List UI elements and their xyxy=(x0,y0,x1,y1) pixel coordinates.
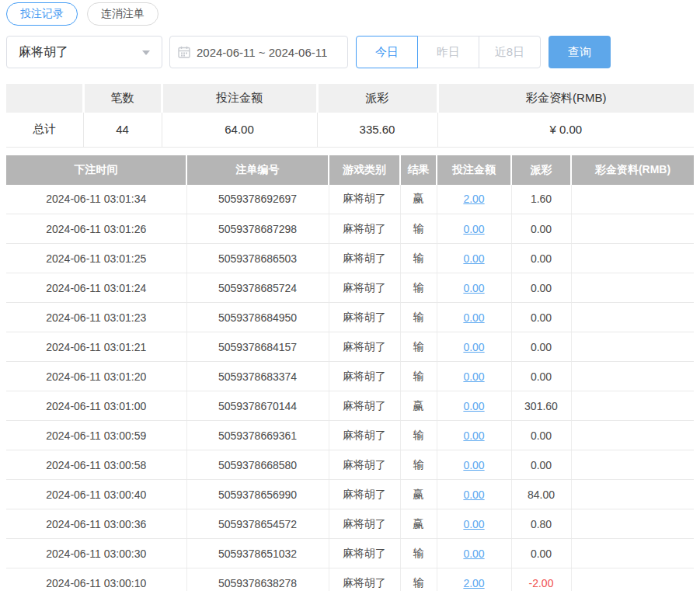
cell-bonus xyxy=(571,332,694,362)
cell-payout: 0.00 xyxy=(511,539,571,568)
cell-bet-time: 2024-06-11 03:00:36 xyxy=(6,509,186,539)
cell-game-type: 麻将胡了 xyxy=(329,391,400,421)
cell-bet-amount: 0.00 xyxy=(437,509,511,539)
cell-bonus xyxy=(571,244,694,273)
cell-payout: 0.00 xyxy=(511,332,571,362)
bet-amount-link[interactable]: 0.00 xyxy=(463,282,484,294)
cell-result: 输 xyxy=(400,539,437,568)
cell-bet-amount: 2.00 xyxy=(437,568,511,591)
cell-result: 赢 xyxy=(400,480,437,509)
cell-result: 输 xyxy=(400,273,437,303)
bet-amount-link[interactable]: 0.00 xyxy=(463,223,484,235)
query-button[interactable]: 查询 xyxy=(549,36,611,68)
cell-game-type: 麻将胡了 xyxy=(329,539,400,568)
header-bet-time: 下注时间 xyxy=(6,155,186,185)
bet-amount-link[interactable]: 2.00 xyxy=(463,577,484,589)
tab-cancelled-orders[interactable]: 连消注单 xyxy=(87,2,158,26)
summary-header-payout: 派彩 xyxy=(317,84,437,113)
bet-amount-link[interactable]: 0.00 xyxy=(463,459,484,471)
cell-game-type: 麻将胡了 xyxy=(329,568,400,591)
cell-bet-amount: 0.00 xyxy=(437,539,511,568)
cell-bet-amount: 0.00 xyxy=(437,421,511,450)
bet-amount-link[interactable]: 0.00 xyxy=(463,370,484,383)
cell-bonus xyxy=(571,539,694,568)
bet-amount-link[interactable]: 0.00 xyxy=(463,488,484,501)
cell-payout: 0.00 xyxy=(511,421,571,450)
last-8-days-button[interactable]: 近8日 xyxy=(479,36,541,68)
cell-game-type: 麻将胡了 xyxy=(329,480,400,509)
cell-bet-time: 2024-06-11 03:01:26 xyxy=(6,214,186,244)
header-game-type: 游戏类别 xyxy=(329,155,400,185)
table-row: 2024-06-11 03:00:59 5059378669361 麻将胡了 输… xyxy=(6,421,694,450)
game-select-value: 麻将胡了 xyxy=(19,44,68,61)
table-row: 2024-06-11 03:01:20 5059378683374 麻将胡了 输… xyxy=(6,362,694,391)
cell-bet-time: 2024-06-11 03:01:24 xyxy=(6,273,186,303)
summary-header-row: 笔数 投注金额 派彩 彩金资料(RMB) xyxy=(6,84,694,113)
table-row: 2024-06-11 03:01:21 5059378684157 麻将胡了 输… xyxy=(6,332,694,362)
today-button[interactable]: 今日 xyxy=(356,36,418,68)
cell-payout: -2.00 xyxy=(511,568,571,591)
cell-order-id: 5059378670144 xyxy=(186,391,329,421)
cell-order-id: 5059378669361 xyxy=(186,421,329,450)
table-header-row: 下注时间 注单编号 游戏类别 结果 投注金额 派彩 彩金资料(RMB) xyxy=(6,155,694,185)
cell-bet-time: 2024-06-11 03:00:40 xyxy=(6,480,186,509)
cell-bonus xyxy=(571,509,694,539)
cell-result: 赢 xyxy=(400,185,437,214)
cell-bet-time: 2024-06-11 03:01:20 xyxy=(6,362,186,391)
page: 投注记录 连消注单 麻将胡了 2024-06-11 ~ 2024-06-11 今… xyxy=(6,0,694,591)
cell-bonus xyxy=(571,303,694,332)
summary-header-empty xyxy=(6,84,83,113)
table-row: 2024-06-11 03:01:25 5059378686503 麻将胡了 输… xyxy=(6,244,694,273)
cell-order-id: 5059378686503 xyxy=(186,244,329,273)
cell-game-type: 麻将胡了 xyxy=(329,185,400,214)
cell-bet-amount: 0.00 xyxy=(437,332,511,362)
cell-bonus xyxy=(571,450,694,480)
summary-total-bet-amount: 64.00 xyxy=(162,113,317,147)
summary-total-count: 44 xyxy=(83,113,162,147)
cell-result: 赢 xyxy=(400,509,437,539)
header-result: 结果 xyxy=(400,155,437,185)
bet-amount-link[interactable]: 0.00 xyxy=(463,429,484,442)
header-bonus: 彩金资料(RMB) xyxy=(571,155,694,185)
table-row: 2024-06-11 03:00:58 5059378668580 麻将胡了 输… xyxy=(6,450,694,480)
cell-game-type: 麻将胡了 xyxy=(329,303,400,332)
cell-bet-time: 2024-06-11 03:00:58 xyxy=(6,450,186,480)
cell-order-id: 5059378651032 xyxy=(186,539,329,568)
table-row: 2024-06-11 03:00:10 5059378638278 麻将胡了 输… xyxy=(6,568,694,591)
bet-amount-link[interactable]: 2.00 xyxy=(463,193,484,205)
summary-header-bet-amount: 投注金额 xyxy=(162,84,317,113)
header-payout: 派彩 xyxy=(511,155,571,185)
cell-result: 输 xyxy=(400,568,437,591)
table-row: 2024-06-11 03:01:24 5059378685724 麻将胡了 输… xyxy=(6,273,694,303)
summary-table: 笔数 投注金额 派彩 彩金资料(RMB) 总计 44 64.00 335.60 … xyxy=(6,84,694,148)
cell-order-id: 5059378656990 xyxy=(186,480,329,509)
cell-bet-time: 2024-06-11 03:01:23 xyxy=(6,303,186,332)
tab-bet-records[interactable]: 投注记录 xyxy=(6,2,78,26)
cell-result: 输 xyxy=(400,450,437,480)
bet-amount-link[interactable]: 0.00 xyxy=(463,518,484,530)
cell-bonus xyxy=(571,273,694,303)
cell-result: 赢 xyxy=(400,391,437,421)
bet-amount-link[interactable]: 0.00 xyxy=(463,252,484,265)
bet-amount-link[interactable]: 0.00 xyxy=(463,400,484,412)
cell-payout: 1.60 xyxy=(511,185,571,214)
bet-amount-link[interactable]: 0.00 xyxy=(463,548,484,560)
cell-bet-time: 2024-06-11 03:00:30 xyxy=(6,539,186,568)
bet-amount-link[interactable]: 0.00 xyxy=(463,341,484,353)
cell-bet-amount: 0.00 xyxy=(437,273,511,303)
cell-result: 输 xyxy=(400,214,437,244)
bet-amount-link[interactable]: 0.00 xyxy=(463,311,484,324)
table-row: 2024-06-11 03:01:00 5059378670144 麻将胡了 赢… xyxy=(6,391,694,421)
cell-game-type: 麻将胡了 xyxy=(329,214,400,244)
cell-order-id: 5059378685724 xyxy=(186,273,329,303)
cell-payout: 0.00 xyxy=(511,273,571,303)
cell-bet-amount: 0.00 xyxy=(437,362,511,391)
cell-order-id: 5059378692697 xyxy=(186,185,329,214)
date-range-input[interactable]: 2024-06-11 ~ 2024-06-11 xyxy=(169,36,348,68)
cell-bet-amount: 0.00 xyxy=(437,244,511,273)
yesterday-button[interactable]: 昨日 xyxy=(417,36,479,68)
cell-payout: 0.00 xyxy=(511,362,571,391)
game-select[interactable]: 麻将胡了 xyxy=(6,36,162,68)
cell-result: 输 xyxy=(400,303,437,332)
cell-order-id: 5059378654572 xyxy=(186,509,329,539)
